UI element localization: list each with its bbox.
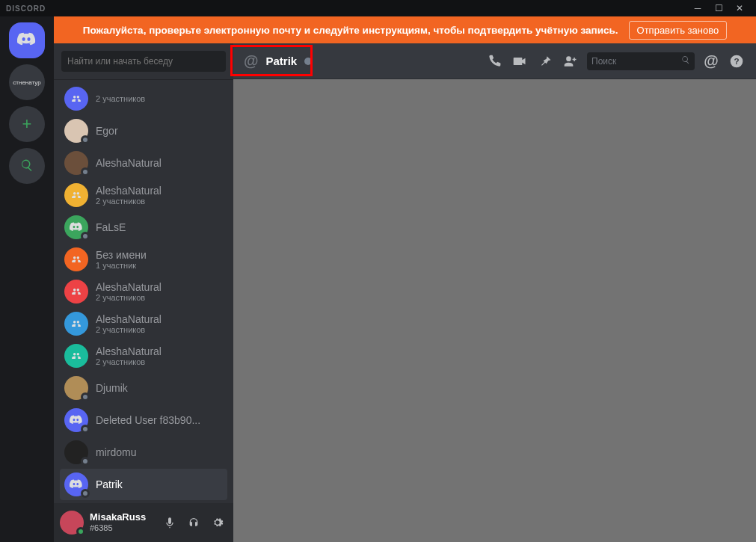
avatar [64, 472, 88, 496]
dm-name: AleshaNatural [96, 281, 162, 293]
dm-subtitle: 2 участников [96, 94, 145, 103]
banner-text: Пожалуйста, проверьте электронную почту … [83, 25, 618, 36]
dm-name: AleshaNatural [96, 157, 162, 169]
app-name: DISCORD [6, 4, 46, 13]
avatar [64, 280, 88, 304]
status-offline-icon [81, 232, 90, 241]
dm-subtitle: 1 участник [96, 261, 147, 270]
dm-item[interactable]: FaLsE [60, 212, 227, 243]
at-icon: @ [244, 52, 259, 70]
dm-item[interactable]: Deleted User f83b90... [60, 404, 227, 436]
dm-list[interactable]: 2 участниковEgorAleshaNaturalAleshaNatur… [54, 80, 233, 503]
chat-header: @ Patrik Поиск @ ? [233, 43, 756, 79]
dm-item[interactable]: AleshaNatural2 участников [60, 179, 227, 211]
search-placeholder: Поиск [591, 56, 616, 67]
start-video-call-button[interactable] [511, 52, 529, 70]
dm-item[interactable]: AleshaNatural2 участников [60, 308, 227, 339]
avatar [64, 87, 88, 111]
verify-email-banner: Пожалуйста, проверьте электронную почту … [54, 16, 756, 43]
avatar [64, 151, 88, 175]
dm-item[interactable]: AleshaNatural2 участников [60, 340, 227, 372]
avatar [64, 183, 88, 207]
find-conversation-input[interactable] [61, 51, 226, 72]
chat-title: Patrik [266, 55, 298, 67]
guild-rail: стненатур + [0, 16, 54, 542]
server-abbrev: стненатур [13, 79, 40, 86]
status-offline-icon [81, 392, 90, 401]
dm-item[interactable]: 2 участников [60, 83, 227, 114]
avatar [64, 408, 88, 432]
dm-item[interactable]: AleshaNatural [60, 147, 227, 179]
status-offline-icon [81, 489, 90, 498]
dm-name: AleshaNatural [96, 345, 162, 357]
dm-sidebar: 2 участниковEgorAleshaNaturalAleshaNatur… [54, 43, 233, 542]
dm-subtitle: 2 участников [96, 293, 162, 302]
mentions-button[interactable]: @ [702, 52, 720, 70]
avatar [64, 119, 88, 143]
dm-name: Без имени [96, 249, 147, 261]
plus-icon: + [22, 114, 32, 134]
status-offline-icon [304, 58, 312, 65]
home-button[interactable] [9, 22, 45, 58]
avatar [64, 344, 88, 368]
avatar [64, 312, 88, 336]
avatar [64, 440, 88, 464]
window-minimize-button[interactable]: ─ [687, 0, 708, 16]
dm-name: FaLsE [96, 221, 126, 233]
pinned-messages-button[interactable] [536, 52, 554, 70]
dm-name: mirdomu [96, 446, 136, 458]
window-titlebar: DISCORD ─ ☐ ✕ [0, 0, 756, 16]
dm-subtitle: 2 участников [96, 325, 162, 334]
add-friends-button[interactable] [562, 52, 580, 70]
self-avatar[interactable] [60, 511, 84, 535]
dm-item[interactable]: Djumik [60, 372, 227, 404]
dm-name: Patrik [96, 478, 123, 490]
svg-text:?: ? [734, 56, 739, 66]
dm-name: Egor [96, 125, 118, 137]
dm-item[interactable]: Без имени1 участник [60, 244, 227, 275]
self-tag: #6385 [90, 523, 146, 533]
user-panel: MisakaRuss #6385 [54, 503, 233, 542]
discord-logo-icon [17, 32, 37, 49]
server-button[interactable]: стненатур [9, 64, 45, 100]
user-settings-button[interactable] [208, 513, 227, 532]
dm-item[interactable]: Patrik [60, 469, 227, 500]
resend-email-button[interactable]: Отправить заново [629, 21, 728, 40]
dm-name: AleshaNatural [96, 313, 162, 325]
dm-subtitle: 2 участников [96, 197, 162, 206]
dm-item[interactable]: Egor [60, 115, 227, 147]
dm-item[interactable]: Без имени [60, 501, 227, 503]
avatar [64, 247, 88, 271]
status-offline-icon [81, 135, 90, 144]
status-offline-icon [81, 167, 90, 176]
dm-item[interactable]: AleshaNatural2 участников [60, 276, 227, 307]
magnifier-icon [20, 158, 34, 174]
chat-area: @ Patrik Поиск @ ? [233, 43, 756, 542]
dm-item[interactable]: mirdomu [60, 437, 227, 468]
status-online-icon [76, 527, 85, 536]
window-maximize-button[interactable]: ☐ [708, 0, 729, 16]
status-offline-icon [81, 425, 90, 434]
dm-name: AleshaNatural [96, 185, 162, 197]
add-server-button[interactable]: + [9, 106, 45, 142]
avatar [64, 376, 88, 400]
dm-name: Deleted User f83b90... [96, 414, 200, 426]
status-offline-icon [81, 457, 90, 466]
window-close-button[interactable]: ✕ [729, 0, 750, 16]
avatar [64, 215, 88, 239]
mute-button[interactable] [160, 513, 179, 532]
dm-name: Djumik [96, 382, 128, 394]
dm-subtitle: 2 участников [96, 357, 162, 366]
search-input[interactable]: Поиск [587, 52, 695, 70]
help-button[interactable]: ? [728, 52, 746, 70]
chat-messages-pane[interactable] [233, 79, 756, 542]
search-icon [681, 55, 690, 67]
explore-servers-button[interactable] [9, 148, 45, 184]
deafen-button[interactable] [184, 513, 203, 532]
start-voice-call-button[interactable] [485, 52, 503, 70]
self-username: MisakaRuss [90, 512, 146, 523]
